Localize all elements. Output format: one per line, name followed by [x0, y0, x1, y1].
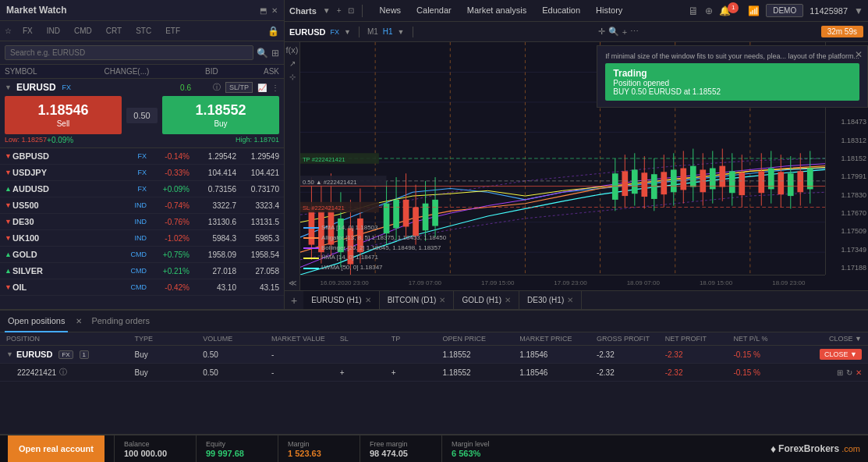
draw-tool2[interactable]: ↗	[289, 59, 296, 68]
list-item[interactable]: ▼ GBPUSD FX -0.14% 1.29542 1.29549	[0, 148, 284, 165]
symbol-list: ▼ GBPUSD FX -0.14% 1.29542 1.29549 ▼ USD…	[0, 148, 284, 309]
eurusd-chart-icon[interactable]: 📈	[257, 84, 267, 92]
category-tabs: ☆ FX IND CMD CRT STC ETF 🔒	[0, 21, 284, 41]
symbol-ask: 1.29549	[236, 152, 279, 161]
chart-tools: ✛ 🔍 + ⋯	[598, 27, 639, 37]
symbol-name: UK100	[12, 233, 133, 243]
tab-cmd[interactable]: CMD	[68, 24, 98, 37]
detail-sl: +	[340, 368, 345, 377]
draw-tool3[interactable]: ⊹	[289, 73, 296, 81]
tf-m1[interactable]: M1	[367, 27, 378, 36]
zoom-in-tool[interactable]: +	[622, 27, 627, 37]
tab-crt[interactable]: CRT	[100, 24, 128, 37]
symbol-name: OIL	[12, 283, 129, 292]
tf-expand-icon[interactable]: ▼	[398, 28, 405, 36]
time-label: 17.09 07:00	[409, 279, 441, 286]
list-item[interactable]: ▲ SILVER CMD +0.21% 27.018 27.058	[0, 263, 284, 279]
svg-rect-52	[680, 169, 686, 190]
edit-trade-icon[interactable]: ↻	[846, 368, 852, 377]
detail-info-icon[interactable]: ⓘ	[59, 367, 67, 378]
search-input[interactable]	[5, 45, 253, 60]
symbol-direction-icon: ▼	[5, 201, 12, 209]
list-item[interactable]: ▼ US500 IND -0.74% 3322.7 3323.4	[0, 197, 284, 214]
tab-fx[interactable]: FX	[16, 24, 39, 37]
nav-education[interactable]: Education	[539, 0, 583, 22]
draw-line-tool[interactable]: f(x)	[286, 45, 299, 55]
open-real-account-button[interactable]: Open real account	[8, 435, 105, 462]
charts-maximize-icon[interactable]: ⊡	[348, 6, 354, 15]
nav-calendar[interactable]: Calendar	[413, 0, 455, 22]
chart-tab-bitcoin[interactable]: BITCOIN (D1) ✕	[380, 291, 455, 309]
positions-close-icon[interactable]: ✕	[76, 317, 82, 325]
symbol-name: AUDUSD	[12, 184, 136, 194]
add-chart-tab-button[interactable]: +	[285, 291, 303, 309]
tab-open-positions[interactable]: Open positions	[5, 311, 68, 332]
forex-brokers-logo: ♦ ForexBrokers .com	[771, 442, 860, 455]
tf-h1[interactable]: H1	[383, 27, 393, 36]
list-item[interactable]: ▼ UK100 IND -1.02% 5984.3 5985.3	[0, 230, 284, 247]
chart-tab-bitcoin-close-icon[interactable]: ✕	[439, 296, 445, 304]
list-item[interactable]: ▼ DE30 IND -0.76% 13130.6 13131.5	[0, 214, 284, 230]
list-item[interactable]: ▼ OIL CMD -0.42% 43.10 43.15	[0, 279, 284, 296]
buy-button[interactable]: 1.18552 Buy	[162, 96, 279, 134]
sl-tp-button[interactable]: SL/TP	[225, 82, 253, 93]
close-position-button[interactable]: CLOSE ▼	[820, 349, 862, 360]
symbol-type-badge: CMD	[131, 251, 147, 258]
chart-tab-gold[interactable]: GOLD (H1) ✕	[454, 291, 519, 309]
lock-icon[interactable]: 🔒	[267, 26, 279, 37]
nav-market-analysis[interactable]: Market analysis	[464, 0, 530, 22]
dropdown-icon[interactable]: ▼	[854, 5, 863, 16]
forex-logo-icon: ♦	[771, 442, 776, 455]
eurusd-chevron-down-icon[interactable]: ▼	[5, 84, 12, 91]
crosshair-tool[interactable]: ✛	[598, 27, 605, 37]
buy-price: 1.18552	[170, 102, 271, 119]
eurusd-change-value: 0.6	[180, 84, 191, 92]
low-high-row: Low: 1.18257 +0.09% High: 1.18701	[5, 136, 279, 144]
chart-expand-icon[interactable]: ▼	[344, 28, 351, 36]
close-icon[interactable]: ✕	[271, 6, 278, 15]
symbol-ask: 43.15	[236, 283, 279, 292]
chart-tab-bitcoin-label: BITCOIN (D1)	[388, 296, 437, 304]
group-mktval-value: -	[271, 350, 274, 359]
eurusd-info-icon[interactable]: ⓘ	[213, 82, 221, 93]
nav-news[interactable]: News	[377, 0, 405, 22]
chart-tab-de30-close-icon[interactable]: ✕	[567, 296, 573, 304]
tab-stc[interactable]: STC	[129, 24, 158, 37]
chart-tab-de30[interactable]: DE30 (H1) ✕	[519, 291, 582, 309]
group-expand-icon[interactable]: ▼	[6, 350, 13, 358]
copy-trade-icon[interactable]: ⊞	[837, 368, 843, 377]
charts-label: Charts	[289, 6, 317, 16]
chart-tab-gold-close-icon[interactable]: ✕	[505, 296, 511, 304]
symbol-type-badge: FX	[137, 185, 147, 193]
svg-rect-72	[788, 173, 794, 196]
separator	[362, 5, 363, 17]
eurusd-more-icon[interactable]: ⋮	[271, 84, 279, 92]
nav-history[interactable]: History	[593, 0, 625, 22]
symbol-direction-icon: ▼	[5, 218, 12, 226]
symbol-name: GOLD	[12, 250, 129, 259]
toast-close-button[interactable]: ✕	[855, 49, 863, 60]
zoom-out-tool[interactable]: 🔍	[608, 27, 619, 37]
list-item[interactable]: ▲ GOLD CMD +0.75% 1958.09 1958.54	[0, 247, 284, 263]
charts-settings-icon[interactable]: ▼	[323, 6, 331, 15]
chart-tab-eurusd-close-icon[interactable]: ✕	[365, 296, 371, 304]
detach-icon[interactable]: ⬒	[260, 6, 267, 15]
group-net-pct: -0.15 %	[733, 350, 760, 359]
share-tool[interactable]: ≪	[289, 279, 296, 287]
sell-button[interactable]: 1.18546 Sell	[5, 96, 122, 134]
chart-tab-eurusd[interactable]: EURUSD (H1) ✕	[303, 291, 379, 309]
list-item[interactable]: ▼ USDJPY FX -0.33% 104.414 104.421	[0, 165, 284, 181]
chart-tab-gold-label: GOLD (H1)	[462, 296, 501, 304]
symbol-name: US500	[12, 201, 133, 210]
search-button[interactable]: 🔍	[257, 48, 268, 59]
charts-new-icon[interactable]: +	[337, 6, 342, 15]
tab-etf[interactable]: ETF	[159, 24, 186, 37]
grid-button[interactable]: ⊞	[271, 48, 279, 59]
tab-ind[interactable]: IND	[41, 24, 66, 37]
more-tools[interactable]: ⋯	[630, 27, 639, 37]
tab-pending-orders[interactable]: Pending orders	[88, 311, 153, 332]
status-separator2	[196, 435, 197, 462]
close-trade-icon[interactable]: ✕	[856, 368, 862, 377]
star-icon[interactable]: ☆	[5, 27, 12, 35]
list-item[interactable]: ▲ AUDUSD FX +0.09% 0.73156 0.73170	[0, 181, 284, 197]
